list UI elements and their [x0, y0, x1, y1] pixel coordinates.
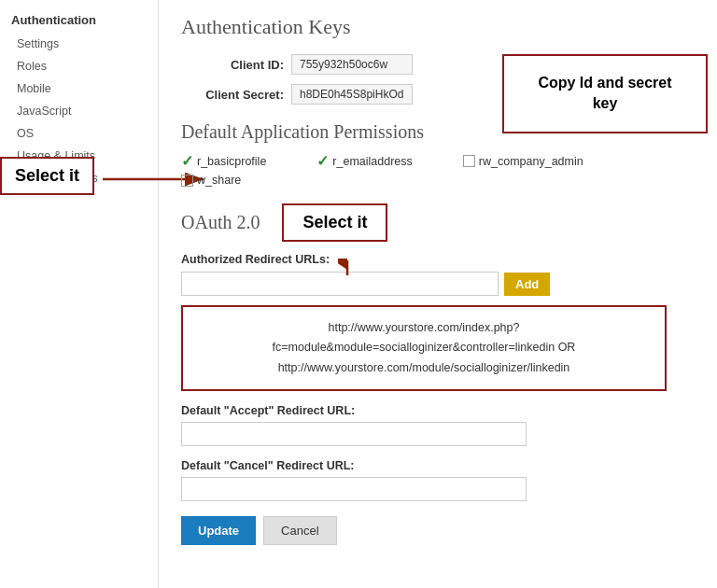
redirect-urls-label: Authorized Redirect URLs: [181, 253, 695, 266]
copy-id-box: Copy Id and secret key [502, 54, 708, 133]
permissions-row: ✓ r_basicprofile ✓ r_emailaddress rw_com… [181, 152, 695, 170]
oauth-section: OAuth 2.0 Select it Authorized Redirect … [181, 203, 695, 545]
sidebar-item-settings[interactable]: Settings [0, 33, 158, 55]
oauth-title: OAuth 2.0 [181, 212, 260, 233]
cancel-redirect-input[interactable] [181, 477, 527, 501]
client-secret-label: Client Secret: [181, 88, 284, 102]
checkmark-r-basicprofile: ✓ [181, 152, 193, 170]
url-box: http://www.yourstore.com/index.php? fc=m… [181, 305, 667, 391]
perm-r-emailaddress[interactable]: ✓ r_emailaddress [316, 152, 412, 170]
perm-r-basicprofile[interactable]: ✓ r_basicprofile [181, 152, 266, 170]
perm-rw-company-admin[interactable]: rw_company_admin [463, 155, 583, 168]
oauth-select-it-label: Select it [282, 203, 387, 242]
accept-redirect-section: Default "Accept" Redirect URL: [181, 404, 695, 446]
sidebar-select-it-label: Select it [0, 157, 94, 195]
cancel-button[interactable]: Cancel [263, 516, 336, 545]
sidebar-item-javascript[interactable]: JavaScript [0, 100, 158, 122]
accept-redirect-input[interactable] [181, 422, 527, 446]
sidebar: Authentication Settings Roles Mobile Jav… [0, 0, 159, 588]
main-content: Authentication Keys Client ID: 755y932h5… [159, 0, 717, 588]
redirect-input-row: Add [181, 272, 695, 296]
client-id-value: 755y932h50oc6w [291, 54, 413, 75]
add-button[interactable]: Add [504, 273, 550, 296]
perm-label-rw-company-admin: rw_company_admin [479, 155, 583, 168]
url-line1: http://www.yourstore.com/index.php? [329, 321, 520, 334]
cancel-redirect-section: Default "Cancel" Redirect URL: [181, 459, 695, 501]
cancel-redirect-label: Default "Cancel" Redirect URL: [181, 459, 695, 472]
sidebar-item-os[interactable]: OS [0, 122, 158, 145]
update-button[interactable]: Update [181, 516, 256, 545]
accept-redirect-label: Default "Accept" Redirect URL: [181, 404, 695, 417]
up-arrow-icon [338, 259, 357, 275]
sidebar-item-roles[interactable]: Roles [0, 55, 158, 77]
sidebar-item-mobile[interactable]: Mobile [0, 77, 158, 100]
perm-label-r-emailaddress: r_emailaddress [332, 155, 412, 168]
url-line3: http://www.yourstore.com/module/sociallo… [278, 361, 570, 374]
client-id-label: Client ID: [181, 58, 284, 72]
sidebar-title: Authentication [0, 7, 158, 33]
checkbox-rw-company-admin[interactable] [463, 155, 475, 167]
perm-w-share[interactable]: w_share [181, 174, 241, 187]
client-secret-value: h8DE0h45S8piHkOd [291, 84, 413, 105]
permissions-row-2: w_share [181, 174, 695, 187]
bottom-buttons: Update Cancel [181, 516, 695, 545]
oauth-header: OAuth 2.0 Select it [181, 203, 695, 242]
url-line2: fc=module&module=socialloginizer&control… [273, 341, 576, 354]
perm-label-r-basicprofile: r_basicprofile [197, 155, 266, 168]
checkmark-r-emailaddress: ✓ [316, 152, 329, 170]
auth-keys-title: Authentication Keys [181, 15, 695, 39]
checkbox-w-share[interactable] [181, 175, 193, 187]
perm-label-w-share: w_share [197, 174, 241, 187]
